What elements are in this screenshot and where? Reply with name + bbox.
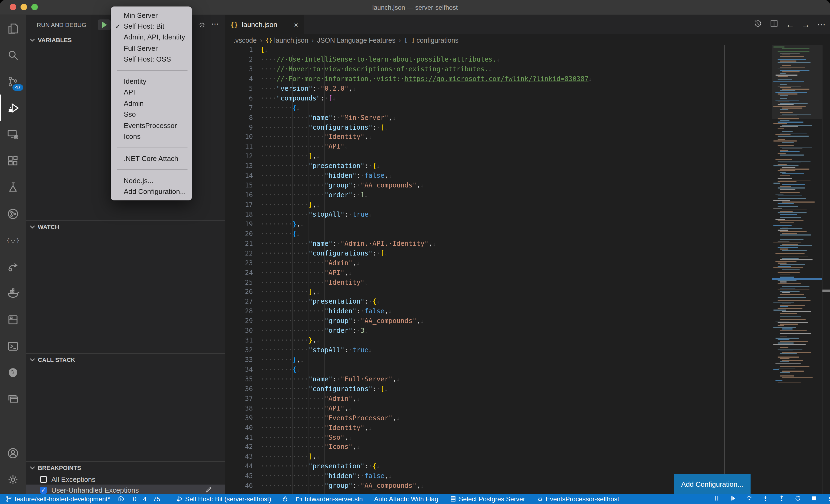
menu-item-add-configuration[interactable]: Add Configuration... [111,186,192,197]
code-line[interactable]: 42················"Icons",↓ [225,443,830,452]
pause-icon[interactable] [713,495,721,503]
auto-attach-item[interactable]: Auto Attach: With Flag [374,495,438,503]
code-line[interactable]: 34········{↓ [225,365,830,375]
menu-item-net-core-attach[interactable]: .NET Core Attach [111,153,192,164]
code-line[interactable]: 1{↓ [225,45,830,55]
breadcrumb-file[interactable]: launch.json [274,36,309,44]
debug-configuration-item[interactable]: Self Host: Bit (server-selfhost) [176,495,271,503]
code-line[interactable]: 16················"order":·1↓ [225,191,830,200]
code-line[interactable]: 12············],↓ [225,152,830,162]
account-icon[interactable] [0,440,26,466]
live-share-icon[interactable] [0,254,26,280]
call-stack-section-header[interactable]: CALL STACK [26,353,225,366]
step-into-icon[interactable] [762,495,769,503]
code-line[interactable]: 32············"stopAll":·true↓ [225,346,830,356]
database-icon[interactable] [0,306,26,333]
step-over-icon[interactable] [746,495,753,503]
menu-item-identity[interactable]: Identity [111,76,192,87]
code-line[interactable]: 35············"name":·"Full·Server",↓ [225,375,830,384]
zoom-window-button[interactable] [31,4,38,10]
menu-item-eventsprocessor[interactable]: EventsProcessor [111,120,192,131]
menu-item-admin-api-identity[interactable]: Admin, API, Identity [111,32,192,43]
menu-item-min-server[interactable]: Min Server [111,10,192,21]
code-line[interactable]: 17············},↓ [225,200,830,210]
code-line[interactable]: 30················"order":·3↓ [225,326,830,336]
code-line[interactable]: 31············},↓ [225,336,830,346]
code-line[interactable]: 19········},↓ [225,220,830,230]
code-line[interactable]: 22············"configurations":·[↓ [225,249,830,259]
git-branch-item[interactable]: feature/self-hosted-development* [5,495,110,503]
views-more-actions-icon[interactable]: ⋯ [211,19,219,28]
stop-icon[interactable] [811,495,818,503]
menu-item-node-js[interactable]: Node.js... [111,175,192,186]
menu-item-full-server[interactable]: Full Server [111,43,192,54]
continue-icon[interactable] [730,495,737,503]
code-line[interactable]: 4····//·For·more·information,·visit:·htt… [225,74,830,84]
braces-icon[interactable]: {··} [0,227,26,254]
sync-changes-item[interactable] [117,495,124,502]
code-area[interactable]: 1{↓2····//·Use·IntelliSense·to·learn·abo… [225,45,830,494]
add-configuration-button[interactable]: Add Configuration... [674,474,751,494]
breadcrumb-root[interactable]: .vscode [233,36,257,44]
code-line[interactable]: 15················"group":·"AA_compounds… [225,181,830,191]
extensions-icon[interactable] [0,147,26,174]
code-line[interactable]: 8············"name":·"Min·Server",↓ [225,113,830,123]
breadcrumb-symbol-provider[interactable]: JSON Language Features [317,36,395,44]
tab-launch-json[interactable]: {} launch.json × [225,15,304,34]
menu-item-self-host-oss[interactable]: Self Host: OSS [111,54,192,65]
hot-reload-item[interactable] [282,495,289,502]
code-line[interactable]: 28················"hidden":·false,↓ [225,307,830,317]
more-actions-icon[interactable]: ⋯ [817,20,826,30]
code-line[interactable]: 33········},↓ [225,356,830,365]
code-line[interactable]: 7········{↓ [225,103,830,113]
debug-session-item[interactable]: EventsProcessor-selfhost [536,495,619,503]
code-line[interactable]: 36············"configurations":·[↓ [225,384,830,394]
code-line[interactable]: 23················"Admin",↓ [225,259,830,268]
code-line[interactable]: 9············"configurations":·[↓ [225,123,830,133]
minimize-window-button[interactable] [21,4,27,10]
solution-item[interactable]: bitwarden-server.sln [295,495,363,503]
settings-gear-icon[interactable] [0,466,26,493]
run-and-debug-icon[interactable] [0,95,26,121]
breadcrumb-symbol[interactable]: configurations [416,36,458,44]
code-line[interactable]: 41················"Sso",↓ [225,433,830,443]
breakpoints-section-header[interactable]: BREAKPOINTS [26,461,225,474]
step-out-icon[interactable] [778,495,786,503]
source-control-icon[interactable]: 47 [0,68,26,95]
editor-scrollbar[interactable] [822,45,830,494]
code-line[interactable]: 43············],↓ [225,452,830,462]
debug-settings-gear-icon[interactable] [198,20,206,29]
code-line[interactable]: 3····//·Hover·to·view·descriptions·of·ex… [225,65,830,74]
code-line[interactable]: 18············"stopAll":·true↓ [225,210,830,220]
gitlens-icon[interactable] [0,200,26,227]
start-debugging-button[interactable] [98,19,111,30]
code-line[interactable]: 24················"API",↓ [225,268,830,278]
close-window-button[interactable] [10,4,16,10]
code-line[interactable]: 14················"hidden":·false,↓ [225,171,830,181]
code-line[interactable]: 5····"version":·"0.2.0",↓ [225,84,830,94]
problems-item[interactable]: 0 4 75 [131,495,163,503]
code-line[interactable]: 2····//·Use·IntelliSense·to·learn·about·… [225,55,830,65]
test-beaker-icon[interactable] [0,174,26,200]
breakpoint-row[interactable]: All Exceptions [26,474,225,484]
code-line[interactable]: 38················"API",↓ [225,404,830,413]
search-icon[interactable] [0,42,26,68]
code-line[interactable]: 6····"compounds":·[↓ [225,94,830,103]
explorer-icon[interactable] [0,15,26,42]
minimap[interactable] [772,45,822,494]
code-line[interactable]: 39················"EventsProcessor",↓ [225,413,830,423]
navigate-back-icon[interactable]: ← [786,20,794,29]
code-line[interactable]: 44············"presentation":·{↓ [225,462,830,472]
code-line[interactable]: 20········{↓ [225,230,830,239]
checkbox-checked[interactable]: ✓ [40,486,47,494]
code-line[interactable]: 21············"name":·"Admin,·API,·Ident… [225,239,830,249]
code-line[interactable]: 29················"group":·"AA_compounds… [225,317,830,327]
timeline-history-icon[interactable] [753,19,762,30]
menu-item-icons[interactable]: Icons [111,131,192,142]
remote-explorer-icon[interactable] [0,121,26,147]
code-line[interactable]: 10················"Identity",↓ [225,133,830,142]
select-postgres-item[interactable]: Select Postgres Server [450,495,525,503]
terminal-icon[interactable] [0,333,26,359]
code-line[interactable]: 11················"API"↓ [225,142,830,152]
menu-item-admin[interactable]: Admin [111,98,192,109]
